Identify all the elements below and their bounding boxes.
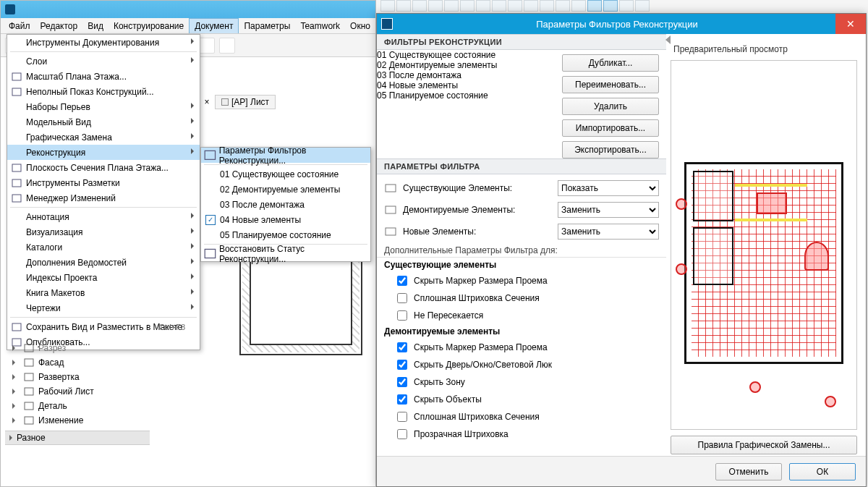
mini-tool[interactable] bbox=[571, 0, 586, 12]
menu-файл[interactable]: Файл bbox=[4, 19, 35, 33]
menu-редактор[interactable]: Редактор bbox=[35, 19, 83, 33]
mini-tool[interactable] bbox=[635, 0, 650, 12]
param-checkbox-row[interactable]: Скрыть Маркер Размера Проема bbox=[377, 339, 666, 356]
mini-tool[interactable] bbox=[460, 0, 475, 12]
import-button[interactable]: Импортировать... bbox=[562, 119, 659, 137]
menu-item[interactable]: Модельный Вид bbox=[7, 114, 200, 130]
mini-tool[interactable] bbox=[444, 0, 459, 12]
tab-close-icon[interactable]: × bbox=[203, 97, 210, 107]
menu-item[interactable]: Менеджер Изменений bbox=[7, 190, 200, 206]
nav-section[interactable]: Разное bbox=[5, 431, 150, 445]
param-select[interactable]: Показать bbox=[558, 180, 659, 196]
menu-item[interactable]: Аннотация bbox=[7, 209, 200, 224]
param-checkbox-row[interactable]: Не Пересекается bbox=[377, 307, 666, 324]
menu-item[interactable]: Реконструкция bbox=[7, 145, 200, 160]
submenu-item[interactable]: ✓04 Новые элементы bbox=[201, 212, 370, 227]
navigator-tree[interactable]: РазрезФасадРазверткаРабочий ЛистДетальИз… bbox=[5, 341, 150, 445]
mini-tool[interactable] bbox=[380, 0, 395, 12]
param-checkbox-row[interactable]: Скрыть Зону bbox=[377, 373, 666, 391]
param-checkbox-row[interactable]: Скрыть Объекты bbox=[377, 391, 666, 408]
submenu-item[interactable]: 03 После демонтажа bbox=[201, 197, 370, 212]
mini-tool[interactable] bbox=[603, 0, 618, 12]
menu-item[interactable]: Визуализация bbox=[7, 224, 200, 240]
filter-list-item[interactable]: 05 Планируемое состояние bbox=[377, 90, 558, 101]
filter-list-item[interactable]: 04 Новые элементы bbox=[377, 80, 558, 90]
checkbox[interactable] bbox=[397, 342, 407, 352]
menu-item[interactable]: Графическая Замена bbox=[7, 130, 200, 145]
cancel-button[interactable]: Отменить bbox=[715, 463, 782, 480]
menu-документ[interactable]: Документ bbox=[189, 18, 239, 33]
menu-item[interactable]: Масштаб Плана Этажа... bbox=[7, 69, 200, 84]
menu-item[interactable]: Инструменты Разметки bbox=[7, 175, 200, 190]
graphic-override-rules-button[interactable]: Правила Графической Замены... bbox=[671, 436, 857, 454]
ok-button[interactable]: ОК bbox=[789, 463, 856, 480]
checkbox[interactable] bbox=[397, 276, 407, 286]
checkbox[interactable] bbox=[397, 310, 407, 321]
mini-tool[interactable] bbox=[412, 0, 427, 12]
menu-item[interactable]: Инструменты Документирования bbox=[7, 35, 200, 50]
menu-item[interactable]: Наборы Перьев bbox=[7, 99, 200, 114]
delete-button[interactable]: Удалить bbox=[562, 98, 659, 115]
param-select[interactable]: Заменить bbox=[558, 202, 659, 218]
tool-button[interactable] bbox=[219, 38, 235, 54]
mini-tool[interactable] bbox=[492, 0, 506, 12]
filter-list-item[interactable]: 03 После демонтажа bbox=[377, 70, 558, 80]
mini-tool[interactable] bbox=[540, 0, 554, 12]
submenu-item[interactable]: Параметры Фильтров Реконструкции... bbox=[201, 148, 370, 163]
submenu-item[interactable]: 02 Демонтируемые элементы bbox=[201, 182, 370, 197]
nav-item[interactable]: Изменение bbox=[5, 413, 150, 428]
menu-item[interactable]: Плоскость Сечения Плана Этажа... bbox=[7, 160, 200, 175]
filter-list-item[interactable]: 02 Демонтируемые элементы bbox=[377, 60, 558, 70]
mini-tool[interactable] bbox=[476, 0, 490, 12]
menu-item[interactable]: Книга Макетов bbox=[7, 285, 200, 300]
nav-item[interactable]: Развертка bbox=[5, 370, 150, 384]
filter-list-item[interactable]: 01 Существующее состояние bbox=[377, 50, 558, 60]
mini-tool[interactable] bbox=[556, 0, 570, 12]
nav-item[interactable]: Фасад bbox=[5, 355, 150, 370]
export-button[interactable]: Экспортировать... bbox=[562, 141, 659, 158]
mini-tool[interactable] bbox=[396, 0, 411, 12]
menu-item[interactable]: Чертежи bbox=[7, 300, 200, 316]
mini-tool[interactable] bbox=[508, 0, 522, 12]
renovation-filter-list[interactable]: 01 Существующее состояние02 Демонтируемы… bbox=[377, 50, 558, 158]
param-checkbox-row[interactable]: Прозрачная Штриховка bbox=[377, 425, 666, 443]
checkbox[interactable] bbox=[397, 360, 407, 370]
menu-item[interactable]: Дополнения Ведомостей bbox=[7, 255, 200, 270]
tool-button[interactable] bbox=[199, 38, 215, 54]
param-select[interactable]: Заменить bbox=[558, 224, 659, 240]
menu-item[interactable]: Слои bbox=[7, 54, 200, 69]
menu-item[interactable]: Сохранить Вид и Разместить в МакетеCtrl+… bbox=[7, 319, 200, 334]
menu-item[interactable]: Неполный Показ Конструкций... bbox=[7, 84, 200, 99]
submenu-item[interactable]: 01 Существующее состояние bbox=[201, 166, 370, 182]
renovation-submenu[interactable]: Параметры Фильтров Реконструкции...01 Су… bbox=[200, 147, 371, 262]
mini-tool[interactable] bbox=[524, 0, 538, 12]
nav-item[interactable]: Деталь bbox=[5, 399, 150, 413]
menu-конструирование[interactable]: Конструирование bbox=[109, 19, 189, 33]
menubar[interactable]: ФайлРедакторВидКонструированиеДокументПа… bbox=[1, 18, 375, 34]
rename-button[interactable]: Переименовать... bbox=[562, 76, 659, 93]
submenu-item[interactable]: Восстановить Статус Реконструкции... bbox=[201, 246, 370, 261]
document-tab[interactable]: [АР] Лист bbox=[215, 95, 276, 109]
duplicate-button[interactable]: Дубликат... bbox=[562, 54, 659, 72]
checkbox[interactable] bbox=[397, 412, 407, 422]
menu-teamwork[interactable]: Teamwork bbox=[295, 19, 345, 33]
mini-tool[interactable] bbox=[428, 0, 443, 12]
checkbox[interactable] bbox=[397, 429, 407, 439]
checkbox[interactable] bbox=[397, 377, 407, 387]
menu-окно[interactable]: Окно bbox=[345, 19, 375, 33]
param-checkbox-row[interactable]: Сплошная Штриховка Сечения bbox=[377, 289, 666, 307]
checkbox[interactable] bbox=[397, 394, 407, 405]
menu-вид[interactable]: Вид bbox=[82, 19, 109, 33]
nav-item[interactable]: Рабочий Лист bbox=[5, 384, 150, 399]
document-menu-dropdown[interactable]: Инструменты ДокументированияСлоиМасштаб … bbox=[7, 34, 200, 350]
menu-item[interactable]: Индексы Проекта bbox=[7, 270, 200, 285]
dialog-close-button[interactable]: ✕ bbox=[835, 14, 866, 34]
param-checkbox-row[interactable]: Сплошная Штриховка Сечения bbox=[377, 408, 666, 425]
additional-params-list[interactable]: Существующие элементыСкрыть Маркер Разме… bbox=[377, 257, 666, 456]
menu-item[interactable]: Каталоги bbox=[7, 240, 200, 255]
param-checkbox-row[interactable]: Скрыть Дверь/Окно/Световой Люк bbox=[377, 356, 666, 373]
nav-item[interactable]: Разрез bbox=[5, 341, 150, 355]
submenu-item[interactable]: 05 Планируемое состояние bbox=[201, 227, 370, 242]
param-checkbox-row[interactable]: Скрыть Маркер Размера Проема bbox=[377, 272, 666, 289]
mini-tool[interactable] bbox=[619, 0, 634, 12]
